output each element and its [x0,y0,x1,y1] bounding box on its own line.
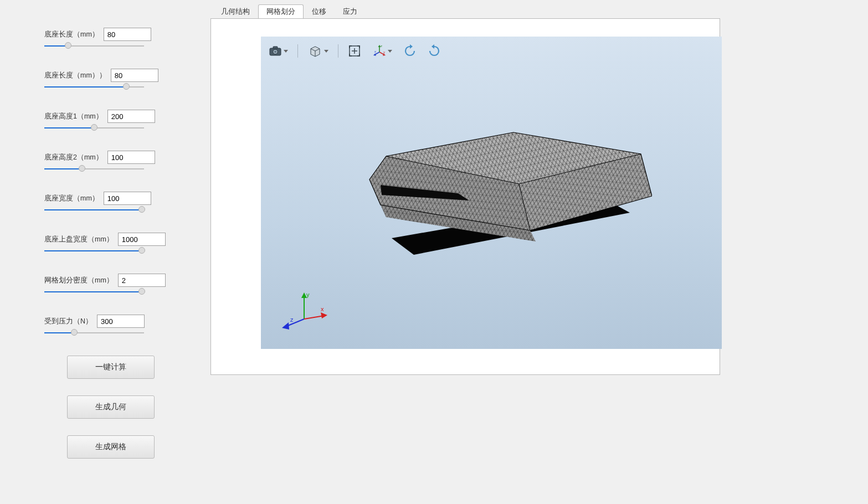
param-base-height-2: 底座高度2（mm） [44,151,177,171]
tab-geometry[interactable]: 几何结构 [213,4,258,19]
cube-icon [309,45,322,57]
param-label: 底座长度（mm）） [44,71,106,80]
viewport-3d[interactable]: z y x [261,37,722,349]
param-label: 底座高度2（mm） [44,153,103,162]
param-base-length-2: 底座长度（mm）） [44,69,177,89]
param-input-base-height-2[interactable] [107,151,155,164]
slider-base-length[interactable] [44,44,144,48]
svg-text:y: y [383,50,385,54]
toolbar-separator [338,44,338,58]
chevron-down-icon [388,50,392,53]
svg-marker-36 [321,312,327,318]
param-label: 底座宽度（mm） [44,194,99,203]
zoom-extents-icon [348,45,361,57]
chevron-down-icon [324,50,328,53]
rotate-ccw-button[interactable] [402,43,418,59]
generate-mesh-button[interactable]: 生成网格 [67,435,155,459]
toolbar-separator [297,44,298,58]
main-panel: 几何结构 网格划分 位移 应力 [210,0,868,504]
rotate-cw-icon [428,44,441,58]
rotate-cw-button[interactable] [426,43,443,59]
param-input-base-width[interactable] [104,192,151,205]
param-input-base-length-2[interactable] [111,69,158,82]
zoom-extents-button[interactable] [346,43,363,59]
param-mesh-density: 网格划分密度（mm） [44,274,177,294]
svg-text:z: z [381,45,382,48]
slider-pressure[interactable] [44,331,144,335]
axis-orient-dropdown-button[interactable]: z y x [371,43,394,59]
svg-line-35 [304,316,324,319]
tab-displacement[interactable]: 位移 [304,4,335,19]
axis-triad: y x z [281,291,331,336]
tab-mesh[interactable]: 网格划分 [258,4,304,19]
svg-marker-18 [410,44,413,49]
axis-y-label: y [306,291,310,298]
svg-text:x: x [374,50,376,53]
param-label: 底座高度1（mm） [44,112,103,121]
slider-upper-plate-width[interactable] [44,249,144,253]
param-base-length: 底座长度（mm） [44,28,177,48]
param-input-base-height-1[interactable] [107,110,155,123]
parameters-sidebar: 底座长度（mm） 底座长度（mm）） 底座高度1（mm） [0,0,210,504]
slider-base-width[interactable] [44,208,144,212]
generate-geometry-button[interactable]: 生成几何 [67,395,155,419]
param-input-pressure[interactable] [97,315,145,328]
axis-icon: z y x [373,45,386,57]
slider-base-length-2[interactable] [44,85,144,89]
view-cube-dropdown-button[interactable] [306,43,330,59]
chevron-down-icon [284,50,288,53]
axis-z-label: z [290,316,294,323]
slider-base-height-1[interactable] [44,126,144,130]
slider-base-height-2[interactable] [44,167,144,171]
param-label: 底座上盘宽度（mm） [44,235,114,244]
param-label: 网格划分密度（mm） [44,276,114,285]
meshed-model [331,119,652,263]
param-upper-plate-width: 底座上盘宽度（mm） [44,233,177,253]
param-input-upper-plate-width[interactable] [118,233,166,246]
param-base-width: 底座宽度（mm） [44,192,177,212]
svg-rect-1 [273,47,278,49]
canvas-panel: z y x [210,18,720,375]
screenshot-dropdown-button[interactable] [266,43,290,59]
param-label: 底座长度（mm） [44,30,99,39]
param-label: 受到压力（N） [44,317,93,326]
slider-mesh-density[interactable] [44,290,144,294]
param-pressure: 受到压力（N） [44,315,177,335]
param-input-base-length[interactable] [104,28,151,41]
axis-x-label: x [321,306,324,312]
param-base-height-1: 底座高度1（mm） [44,110,177,130]
param-input-mesh-density[interactable] [118,274,166,287]
svg-marker-38 [282,322,289,330]
rotate-ccw-icon [403,44,417,58]
svg-marker-19 [432,44,434,49]
compute-button[interactable]: 一键计算 [67,356,155,379]
tab-bar: 几何结构 网格划分 位移 应力 [210,4,868,18]
viewport-toolbar: z y x [263,42,446,60]
tab-stress[interactable]: 应力 [335,4,366,19]
camera-icon [269,46,281,56]
svg-point-3 [274,51,276,53]
